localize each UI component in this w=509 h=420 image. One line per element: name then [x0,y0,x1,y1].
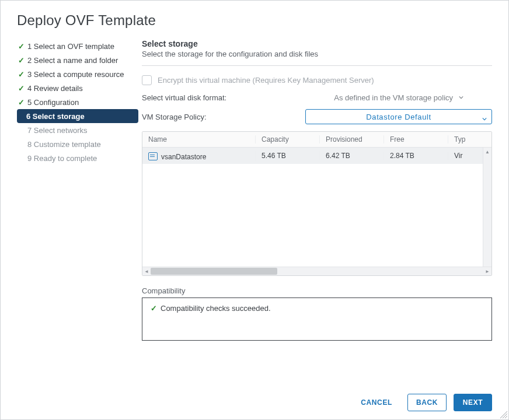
chevron-down-icon [482,114,487,119]
wizard-step-1[interactable]: ✓ 1 Select an OVF template [17,39,138,53]
col-type[interactable]: Typ [448,135,491,144]
encrypt-row: Encrypt this virtual machine (Requires K… [142,75,492,85]
resize-grip-icon[interactable] [500,411,507,418]
horizontal-scrollbar[interactable]: ◄ ► [142,267,491,275]
scroll-left-icon[interactable]: ◄ [142,267,151,275]
check-icon: ✓ [18,56,27,65]
wizard-step-2[interactable]: ✓ 2 Select a name and folder [17,53,138,67]
wizard-step-3[interactable]: ✓ 3 Select a compute resource [17,67,138,81]
deploy-ovf-dialog: Deploy OVF Template ✓ 1 Select an OVF te… [0,0,509,420]
datastore-icon [148,152,158,160]
wizard-step-label: 6 Select storage [26,112,85,121]
back-button[interactable]: BACK [407,394,447,411]
wizard-step-label: 4 Review details [27,84,83,93]
wizard-step-7: 7 Select networks [26,123,138,137]
check-icon: ✓ [151,304,157,313]
chevron-down-icon [459,93,463,97]
cancel-button[interactable]: CANCEL [353,394,400,411]
scroll-thumb[interactable] [151,268,277,275]
wizard-step-label: 1 Select an OVF template [27,42,114,51]
encrypt-label: Encrypt this virtual machine (Requires K… [158,76,374,85]
encrypt-checkbox [142,75,152,85]
table-body: vsanDatastore 5.46 TB 6.42 TB 2.84 TB Vi… [142,148,491,267]
col-provisioned[interactable]: Provisioned [320,135,384,144]
wizard-step-label: 2 Select a name and folder [27,56,118,65]
col-free[interactable]: Free [384,135,448,144]
main-panel: Select storage Select the storage for th… [142,39,492,382]
storage-policy-label: VM Storage Policy: [142,113,305,121]
check-icon: ✓ [18,70,27,79]
check-icon: ✓ [18,42,27,51]
compatibility-message: Compatibility checks succeeded. [161,304,271,313]
scroll-up-icon[interactable]: ▲ [483,148,491,156]
wizard-step-label: 7 Select networks [27,126,88,135]
cell-capacity: 5.46 TB [256,152,320,160]
next-button[interactable]: NEXT [454,394,492,411]
disk-format-row: Select virtual disk format: As defined i… [142,93,492,102]
storage-policy-dropdown[interactable]: Datastore Default [305,109,492,124]
scroll-right-icon[interactable]: ► [483,267,491,275]
wizard-step-4[interactable]: ✓ 4 Review details [17,81,138,95]
compatibility-label: Compatibility [142,286,492,295]
vertical-scrollbar[interactable]: ▲ [483,148,491,267]
wizard-step-label: 9 Ready to complete [27,154,97,163]
dialog-body: ✓ 1 Select an OVF template ✓ 2 Select a … [17,39,492,382]
dialog-footer: CANCEL BACK NEXT [17,394,492,411]
wizard-step-label: 5 Configuration [27,98,79,107]
storage-policy-value: Datastore Default [366,113,431,121]
check-icon: ✓ [18,98,27,107]
check-icon: ✓ [18,84,27,93]
table-header: Name Capacity Provisioned Free Typ [142,132,491,148]
storage-policy-row: VM Storage Policy: Datastore Default [142,109,492,124]
col-capacity[interactable]: Capacity [256,135,320,144]
col-name[interactable]: Name [142,135,256,144]
wizard-step-label: 8 Customize template [27,140,101,149]
compatibility-box: ✓Compatibility checks succeeded. [142,298,492,341]
wizard-step-6[interactable]: 6 Select storage [17,109,138,123]
wizard-step-8: 8 Customize template [26,137,138,151]
scroll-track[interactable] [151,267,483,275]
datastore-table: Name Capacity Provisioned Free Typ vsanD… [142,131,492,276]
wizard-step-9: 9 Ready to complete [26,151,138,165]
cell-name: vsanDatastore [142,151,256,161]
panel-subheading: Select the storage for the configuration… [142,50,492,66]
wizard-step-5[interactable]: ✓ 5 Configuration [17,95,138,109]
disk-format-dropdown[interactable]: As defined in the VM storage policy [305,93,492,102]
cell-free: 2.84 TB [384,152,448,160]
wizard-step-label: 3 Select a compute resource [27,70,124,79]
disk-format-value: As defined in the VM storage policy [334,93,453,102]
cell-provisioned: 6.42 TB [320,152,384,160]
table-row[interactable]: vsanDatastore 5.46 TB 6.42 TB 2.84 TB Vi… [142,148,491,164]
wizard-steps: ✓ 1 Select an OVF template ✓ 2 Select a … [17,39,142,382]
disk-format-label: Select virtual disk format: [142,93,305,102]
panel-heading: Select storage [142,39,492,48]
dialog-title: Deploy OVF Template [17,12,492,29]
